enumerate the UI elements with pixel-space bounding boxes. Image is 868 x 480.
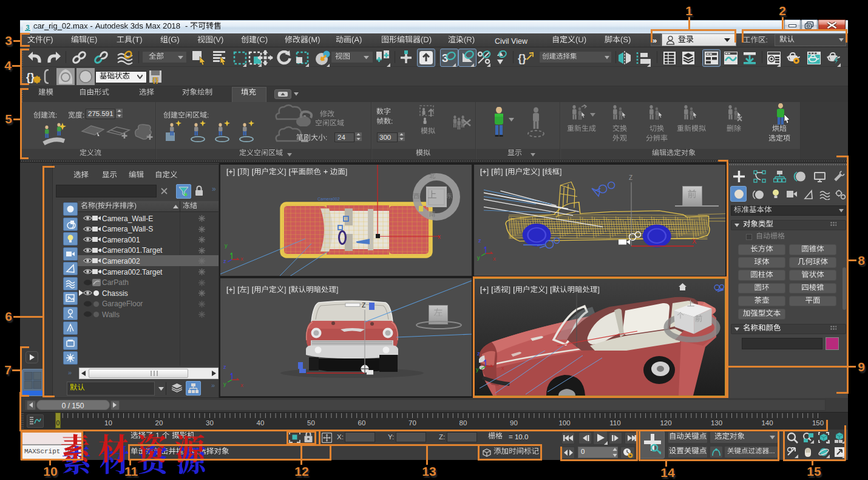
svg-text:{}: {}: [26, 71, 35, 83]
svg-text:Z: Z: [362, 301, 366, 309]
svg-text:X: X: [692, 238, 697, 245]
svg-text:z: z: [574, 281, 577, 287]
svg-text:3: 3: [25, 24, 29, 31]
svg-text:Z: Z: [629, 174, 632, 181]
svg-text:{}: {}: [518, 52, 526, 64]
svg-text:{}: {}: [152, 75, 158, 84]
svg-text:x: x: [438, 233, 441, 240]
svg-text:Camera002: Camera002: [317, 197, 340, 201]
